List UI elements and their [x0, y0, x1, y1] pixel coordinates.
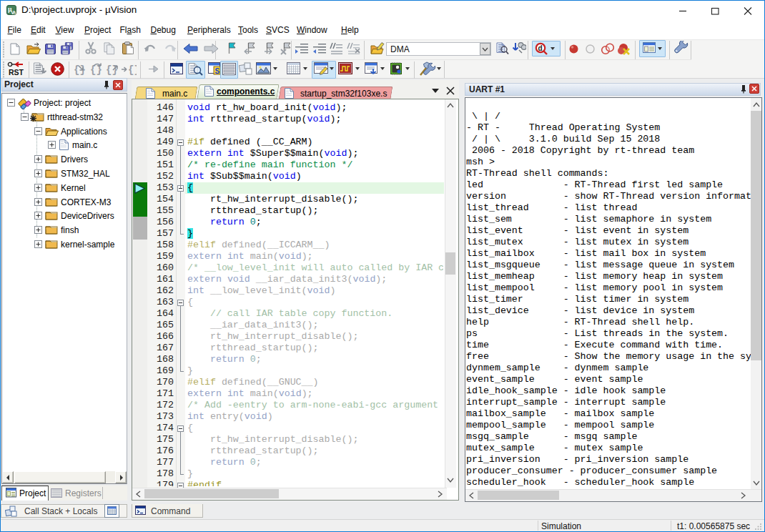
- svg-text:5: 5: [14, 11, 16, 15]
- svg-text:d: d: [538, 44, 543, 52]
- svg-text:RST: RST: [9, 68, 24, 77]
- svg-text:{}: {}: [128, 64, 137, 76]
- svg-text:S: S: [215, 67, 220, 75]
